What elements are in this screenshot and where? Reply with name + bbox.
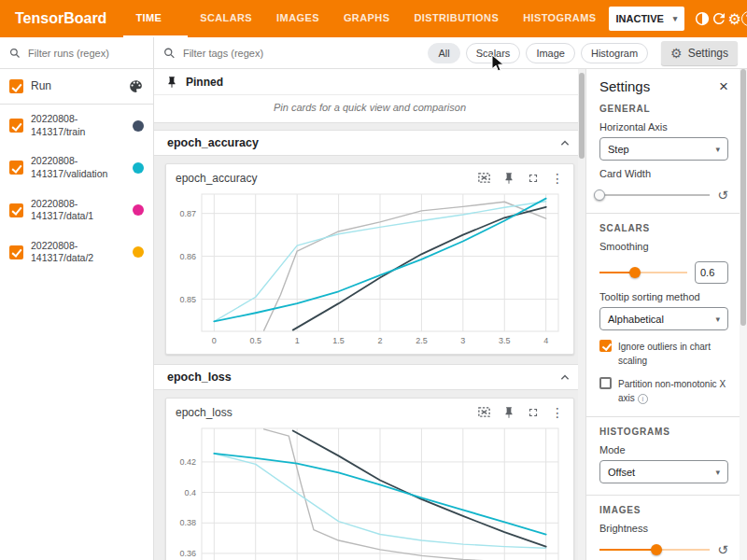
chevron-down-icon: ▾ xyxy=(715,315,720,324)
section-gap xyxy=(154,123,585,130)
main-nav: TIME SERIES SCALARS IMAGES GRAPHS DISTRI… xyxy=(123,0,608,37)
run-label: 20220808-141317/train xyxy=(31,113,125,138)
select-all-runs-checkbox[interactable] xyxy=(9,79,23,93)
slider-knob[interactable] xyxy=(594,189,605,201)
chevron-up-icon[interactable] xyxy=(557,135,572,150)
run-row-data1: 20220808-141317/data/1 xyxy=(0,189,153,231)
help-icon[interactable]: ? xyxy=(741,6,747,32)
ignore-outliers-row: Ignore outliers in chart scaling xyxy=(599,340,728,368)
section-header-epoch-accuracy[interactable]: epoch_accuracy xyxy=(154,130,585,156)
svg-text:0.36: 0.36 xyxy=(179,549,196,558)
tags-toolbar: All Scalars Image Histogram ⚙ Settings xyxy=(154,37,747,69)
section-title: epoch_loss xyxy=(167,371,232,384)
refresh-icon[interactable] xyxy=(711,6,727,32)
histogram-mode-select[interactable]: Offset ▾ xyxy=(599,460,728,483)
fullscreen-icon[interactable] xyxy=(527,172,540,185)
runs-sidebar: Run 20220808-141317/train 20220808-14131… xyxy=(0,37,154,560)
epoch-accuracy-chart[interactable]: 00.511.522.533.540.850.860.87 xyxy=(166,187,570,350)
filter-tags-input[interactable] xyxy=(183,48,423,59)
chart-title: epoch_loss xyxy=(176,406,477,419)
settings-gear-icon: ⚙ xyxy=(670,46,683,61)
card-width-row: ↺ xyxy=(599,189,728,202)
run-checkbox[interactable] xyxy=(9,203,23,217)
fullscreen-icon[interactable] xyxy=(527,406,540,419)
settings-button[interactable]: ⚙ Settings xyxy=(661,41,738,65)
tab-scalars[interactable]: SCALARS xyxy=(188,0,264,37)
status-dropdown[interactable]: INACTIVE ▾ xyxy=(609,7,685,31)
pin-card-icon[interactable] xyxy=(502,406,515,419)
horizontal-axis-select[interactable]: Step ▾ xyxy=(599,137,728,161)
scrollbar-thumb[interactable] xyxy=(579,73,585,159)
runs-header-label: Run xyxy=(31,79,120,94)
chip-scalars[interactable]: Scalars xyxy=(466,43,521,63)
tab-graphs[interactable]: GRAPHS xyxy=(331,0,402,37)
tab-time-series[interactable]: TIME SERIES xyxy=(123,0,188,37)
run-checkbox[interactable] xyxy=(9,245,23,259)
fit-domain-icon[interactable] xyxy=(477,171,491,185)
histogram-mode-label: Mode xyxy=(599,444,728,455)
more-menu-icon[interactable]: ⋮ xyxy=(551,406,564,419)
close-icon[interactable]: × xyxy=(719,78,728,94)
brightness-label: Brightness xyxy=(599,523,728,534)
settings-panel: Settings × GENERAL Horizontal Axis Step … xyxy=(585,69,747,560)
brightness-slider[interactable] xyxy=(599,543,710,556)
tab-histograms[interactable]: HISTOGRAMS xyxy=(511,0,608,37)
theme-toggle-icon[interactable] xyxy=(694,6,711,32)
scrollbar-thumb[interactable] xyxy=(740,69,746,326)
horizontal-axis-value: Step xyxy=(608,144,715,155)
svg-text:2: 2 xyxy=(377,336,382,345)
section-header-epoch-loss[interactable]: epoch_loss xyxy=(154,364,585,390)
run-checkbox[interactable] xyxy=(9,161,23,175)
dashboard-body: Pinned Pin cards for a quick view and co… xyxy=(154,69,747,560)
run-color-dot xyxy=(133,204,144,216)
search-icon xyxy=(163,47,176,60)
svg-text:2.5: 2.5 xyxy=(416,336,428,345)
app-title[interactable]: TensorBoard xyxy=(0,0,123,37)
tab-images[interactable]: IMAGES xyxy=(264,0,331,37)
smoothing-row xyxy=(599,261,728,284)
chart-card-header: epoch_accuracy ⋮ xyxy=(166,164,573,187)
svg-text:0.5: 0.5 xyxy=(249,336,261,345)
app-header: TensorBoard TIME SERIES SCALARS IMAGES G… xyxy=(0,0,747,37)
partition-x-axis-row: Partition non-monotonic X axisi xyxy=(599,377,728,405)
slider-knob[interactable] xyxy=(629,267,641,278)
svg-text:3: 3 xyxy=(460,336,465,345)
chip-image[interactable]: Image xyxy=(526,43,575,63)
epoch-loss-chart[interactable]: 00.511.522.533.540.360.380.40.42 xyxy=(166,421,570,560)
chip-all[interactable]: All xyxy=(428,43,459,63)
tooltip-sorting-label: Tooltip sorting method xyxy=(599,291,728,302)
smoothing-slider[interactable] xyxy=(599,266,687,279)
reset-icon[interactable]: ↺ xyxy=(717,543,728,556)
info-icon[interactable]: i xyxy=(638,394,648,404)
reset-icon[interactable]: ↺ xyxy=(717,189,728,202)
run-checkbox[interactable] xyxy=(9,119,23,133)
tab-distributions[interactable]: DISTRIBUTIONS xyxy=(402,0,511,37)
main-region: All Scalars Image Histogram ⚙ Settings P… xyxy=(154,37,747,560)
cards-scrollbar[interactable] xyxy=(578,69,585,560)
run-row-validation: 20220808-141317/validation xyxy=(0,147,153,189)
palette-icon[interactable] xyxy=(128,78,144,94)
partition-x-axis-label: Partition non-monotonic X axis xyxy=(618,379,726,403)
filter-runs-input[interactable] xyxy=(28,48,144,59)
settings-scrollbar[interactable] xyxy=(740,69,747,560)
smoothing-value-input[interactable] xyxy=(695,261,728,284)
fit-domain-icon[interactable] xyxy=(477,405,491,419)
divider xyxy=(586,416,747,417)
card-width-slider[interactable] xyxy=(599,189,710,202)
status-dropdown-value: INACTIVE xyxy=(616,13,664,24)
smoothing-label: Smoothing xyxy=(599,241,728,252)
chip-histogram[interactable]: Histogram xyxy=(581,43,648,63)
app-content: Run 20220808-141317/train 20220808-14131… xyxy=(0,37,747,560)
ignore-outliers-checkbox[interactable] xyxy=(599,340,612,352)
more-menu-icon[interactable]: ⋮ xyxy=(551,172,564,185)
settings-gear-icon[interactable]: ⚙ xyxy=(727,6,740,32)
tooltip-sorting-select[interactable]: Alphabetical ▾ xyxy=(599,307,728,330)
chevron-down-icon: ▾ xyxy=(715,468,720,477)
tooltip-sorting-value: Alphabetical xyxy=(608,314,715,325)
chevron-up-icon[interactable] xyxy=(557,370,572,385)
general-heading: GENERAL xyxy=(599,104,728,114)
section-title: epoch_accuracy xyxy=(167,136,259,149)
pin-card-icon[interactable] xyxy=(502,172,515,185)
slider-knob[interactable] xyxy=(651,544,662,555)
partition-x-axis-checkbox[interactable] xyxy=(599,377,612,389)
